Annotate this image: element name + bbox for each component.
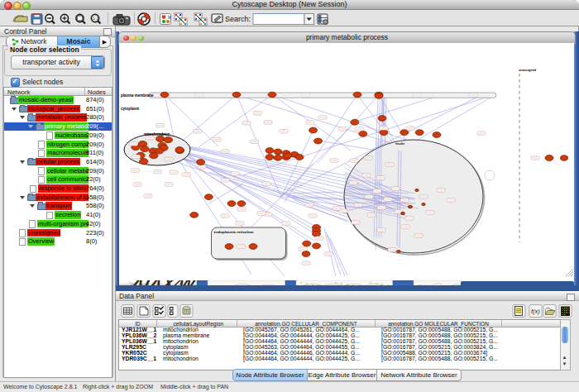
svg-text:f(x): f(x) (531, 308, 540, 315)
svg-text:cytoplasm: cytoplasm (121, 107, 139, 111)
svg-text:1:1: 1:1 (93, 16, 99, 21)
svg-text:plasma membrane: plasma membrane (121, 93, 154, 98)
svg-text:nuclei: nuclei (395, 142, 404, 146)
svg-text:ΛIɅX∕W: ΛIɅX∕W (129, 280, 199, 285)
svg-text:mitochondrion: mitochondrion (144, 132, 170, 136)
svg-text:unassigned: unassigned (519, 69, 537, 72)
svg-text:Search:: Search: (225, 15, 251, 23)
svg-text:endoplasmic reticulum: endoplasmic reticulum (214, 230, 254, 234)
